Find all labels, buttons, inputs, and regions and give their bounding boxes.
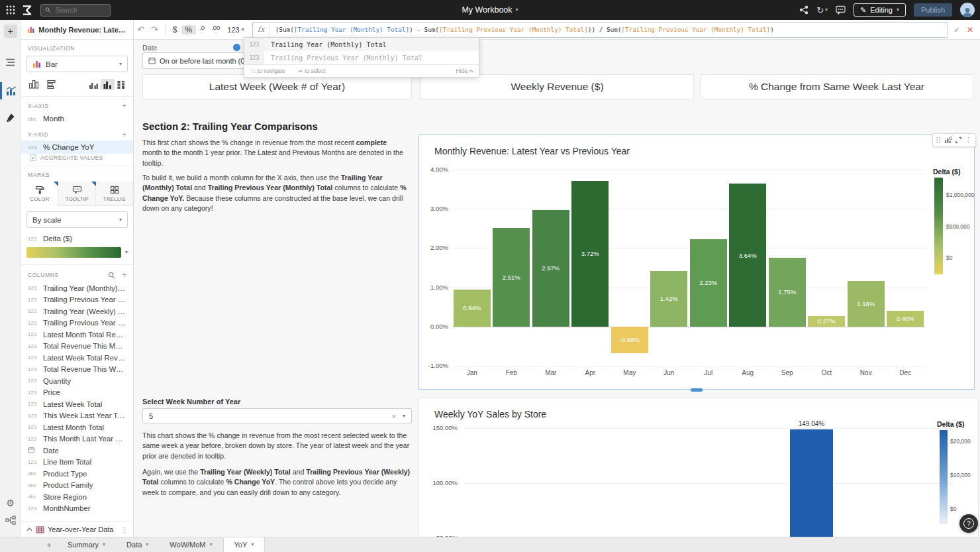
publish-button[interactable]: Publish	[914, 3, 952, 17]
column-item[interactable]: 123Quantity	[21, 375, 133, 387]
add-column-button[interactable]: +	[122, 271, 126, 279]
increase-decimal-button[interactable]: .00→	[208, 25, 223, 35]
apps-grid-icon[interactable]	[5, 5, 16, 15]
explore-chart-icon[interactable]	[944, 137, 952, 144]
bar-sep[interactable]: 1.75%	[769, 258, 806, 327]
bar-store[interactable]	[790, 429, 833, 537]
column-item[interactable]: 123Trailing Previous Year (Monthl...	[21, 294, 133, 306]
global-search[interactable]	[40, 4, 111, 17]
format-panel-button[interactable]	[0, 109, 21, 126]
y-axis-field-selected[interactable]: 123 % Change YoY	[21, 140, 133, 154]
column-item[interactable]: 123Price	[21, 387, 133, 399]
avatar[interactable]	[960, 3, 975, 17]
bar-may[interactable]: -0.68%	[611, 327, 648, 353]
bar-feb[interactable]: 2.51%	[493, 228, 530, 327]
add-y-axis-button[interactable]: +	[122, 131, 126, 138]
column-item[interactable]: 123MonthNumber	[21, 503, 133, 515]
column-item[interactable]: 123This Month Last Year Total	[21, 433, 133, 445]
comments-icon[interactable]	[836, 5, 846, 15]
chevron-down-icon[interactable]: ▾	[125, 250, 128, 255]
number-format-dropdown[interactable]: 123 ▾	[223, 26, 248, 34]
add-page-button[interactable]: +	[41, 537, 57, 552]
bar-jan[interactable]: 0.94%	[454, 290, 491, 327]
formula-cancel-button[interactable]: ✕	[967, 25, 973, 34]
tab-data[interactable]: Data▾	[116, 537, 159, 552]
grouped-bars-icon[interactable]	[101, 79, 115, 90]
header-card[interactable]: % Change from Same Week Last Year	[700, 74, 973, 99]
weekly-yoy-chart-card[interactable]: Weekly YoY Sales by Store 150.00%100.00%…	[418, 398, 979, 537]
column-item[interactable]: abcProduct Family	[21, 480, 133, 492]
column-item[interactable]: 123Trailing Year (Weekly) Total	[21, 305, 133, 317]
search-input[interactable]	[54, 5, 106, 15]
color-mode-dropdown[interactable]: By scale ▾	[26, 211, 128, 228]
element-header[interactable]: Monthly Revenue: Latest Year...	[21, 20, 133, 40]
lineage-icon[interactable]	[0, 512, 21, 529]
clear-icon[interactable]: ×	[392, 412, 396, 420]
chart-type-dropdown[interactable]: Bar ▾	[26, 56, 128, 72]
maximize-icon[interactable]	[955, 137, 962, 144]
column-item[interactable]: 123Latest Week Total Revenue	[21, 352, 133, 364]
chevron-down-icon[interactable]: ▾	[403, 413, 405, 419]
bar-nov[interactable]: 1.16%	[848, 281, 885, 327]
settings-gear-icon[interactable]: ⚙	[0, 494, 21, 512]
share-icon[interactable]	[799, 5, 808, 15]
sigma-logo[interactable]	[21, 5, 32, 16]
aggregate-values-row[interactable]: ✓ AGGREGATE VALUES	[21, 154, 133, 166]
tab-tooltip[interactable]: TOOLTIP	[58, 182, 95, 206]
bar-mar[interactable]: 2.97%	[532, 210, 569, 327]
tab-trellis[interactable]: TRELLIS	[96, 182, 133, 206]
tab-color[interactable]: COLOR	[21, 182, 58, 206]
drag-handle-icon[interactable]	[936, 137, 941, 144]
bar-oct[interactable]: 0.27%	[808, 316, 845, 327]
formula-bar[interactable]: fx (Sum([Trailing Year (Monthly) Total])…	[252, 22, 948, 38]
page-outline-button[interactable]	[0, 54, 21, 71]
formula-input[interactable]: (Sum([Trailing Year (Monthly) Total]) - …	[270, 23, 948, 37]
bar-jun[interactable]: 1.42%	[650, 271, 687, 327]
refresh-icon[interactable]: ↻▾	[816, 5, 828, 15]
monthly-revenue-chart-card[interactable]: Monthly Revenue: Latest Year vs Previous…	[418, 135, 975, 390]
column-item[interactable]: Date	[21, 445, 133, 457]
formula-confirm-button[interactable]: ✓	[954, 25, 960, 34]
bar-aug[interactable]: 3.64%	[729, 184, 766, 326]
collapse-chevron-icon[interactable]	[26, 527, 32, 531]
resize-handle[interactable]	[691, 388, 703, 392]
column-item[interactable]: 123Trailing Year (Monthly) Total	[21, 282, 133, 294]
workbook-title[interactable]: My Workbook ▾	[462, 5, 518, 15]
column-item[interactable]: abcProduct Type	[21, 468, 133, 480]
column-item[interactable]: 123This Week Last Year Total	[21, 410, 133, 422]
data-source-row[interactable]: Year-over-Year Data ⋮	[21, 522, 133, 537]
stacked-bars-icon[interactable]	[115, 79, 128, 90]
percent-format-button[interactable]: %	[181, 25, 197, 34]
search-icon[interactable]	[108, 272, 115, 279]
x-axis-field[interactable]: abc Month	[21, 112, 133, 125]
column-item[interactable]: 123Total Revenue This Week Last...	[21, 364, 133, 376]
decrease-decimal-button[interactable]: .0←	[196, 25, 208, 35]
horizontal-bar-icon[interactable]	[45, 78, 59, 90]
tab-yoy[interactable]: YoY▾	[223, 537, 266, 552]
color-field[interactable]: 123 Delta ($)	[21, 228, 133, 245]
help-button[interactable]: ?	[959, 514, 978, 533]
hide-autocomplete-button[interactable]: Hide	[456, 68, 473, 74]
undo-button[interactable]: ↶	[134, 25, 148, 34]
grouped-bars-small-icon[interactable]	[87, 79, 101, 90]
column-item[interactable]: 123Latest Month Total Revenue	[21, 329, 133, 341]
autocomplete-item[interactable]: 123Trailing Previous Year (Monthly) Tota…	[244, 51, 479, 64]
add-x-axis-button[interactable]: +	[122, 102, 126, 110]
bar-apr[interactable]: 3.72%	[571, 181, 609, 327]
color-gradient-swatch[interactable]	[26, 247, 121, 258]
vertical-bar-icon[interactable]	[26, 78, 41, 90]
currency-format-button[interactable]: $	[169, 25, 181, 34]
redo-button[interactable]: ↷	[148, 25, 162, 34]
checkbox-checked-icon[interactable]: ✓	[30, 154, 36, 161]
column-item[interactable]: abcStore Region	[21, 491, 133, 503]
header-card[interactable]: Latest Week (Week # of Year)	[142, 74, 412, 99]
tab-summary[interactable]: Summary▾	[57, 537, 116, 552]
header-card[interactable]: Weekly Revenue ($)	[420, 74, 694, 99]
bar-jul[interactable]: 2.23%	[690, 239, 727, 327]
kebab-menu-icon[interactable]: ⋮	[965, 136, 973, 144]
column-item[interactable]: 123Total Revenue This Month Las...	[21, 341, 133, 353]
bar-dec[interactable]: 0.40%	[887, 311, 924, 327]
tab-wow-mom[interactable]: WoW/MoM▾	[159, 537, 222, 552]
kebab-menu-icon[interactable]: ⋮	[121, 525, 128, 534]
column-item[interactable]: 123Latest Month Total	[21, 421, 133, 433]
